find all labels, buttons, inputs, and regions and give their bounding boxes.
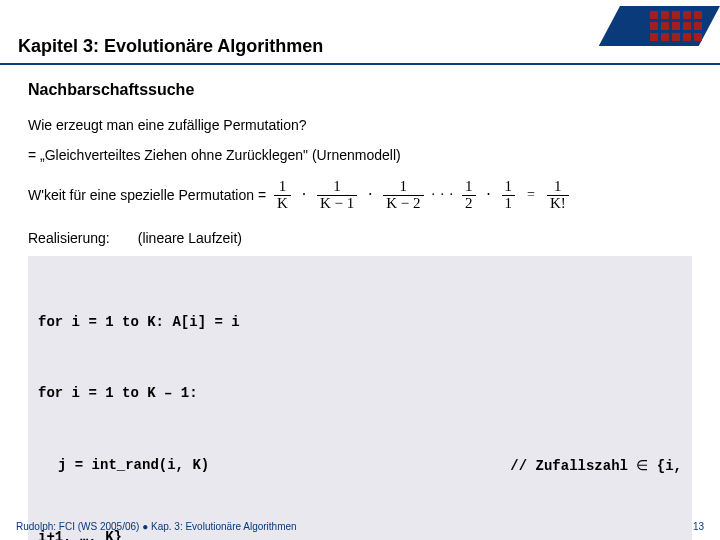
code-comment: // Zufallszahl ∈ {i,: [510, 454, 682, 479]
section-title: Nachbarschaftssuche: [28, 81, 692, 99]
page-number: 13: [693, 521, 704, 532]
multiply-dot: ·: [365, 186, 375, 204]
code-block: for i = 1 to K: A[i] = i for i = 1 to K …: [28, 256, 692, 541]
code-line: for i = 1 to K – 1:: [38, 382, 682, 406]
probability-label: W'keit für eine spezielle Permutation =: [28, 187, 266, 203]
fraction: 1 2: [462, 179, 476, 212]
code-line: j = int_rand(i, K) // Zufallszahl ∈ {i,: [38, 454, 682, 479]
probability-row: W'keit für eine spezielle Permutation = …: [28, 179, 692, 212]
footer-left: Rudolph: FCI (WS 2005/06) ● Kap. 3: Evol…: [16, 521, 297, 532]
corner-decoration: [620, 6, 720, 60]
fraction: 1 K − 2: [383, 179, 423, 212]
question-text: Wie erzeugt man eine zufällige Permutati…: [28, 117, 692, 133]
multiply-dot: ·: [299, 186, 309, 204]
slide-footer: Rudolph: FCI (WS 2005/06) ● Kap. 3: Evol…: [16, 521, 704, 532]
multiply-dot: ·: [484, 186, 494, 204]
definition-text: = „Gleichverteiltes Ziehen ohne Zurückle…: [28, 147, 692, 163]
fraction: 1 1: [502, 179, 516, 212]
realization-label: Realisierung:: [28, 230, 110, 246]
code-line: for i = 1 to K: A[i] = i: [38, 311, 682, 335]
fraction-result: 1 K!: [547, 179, 569, 212]
fraction: 1 K − 1: [317, 179, 357, 212]
slide-body: Nachbarschaftssuche Wie erzeugt man eine…: [0, 65, 720, 540]
chapter-title: Kapitel 3: Evolutionäre Algorithmen: [18, 36, 702, 57]
realization-note: (lineare Laufzeit): [138, 230, 242, 246]
fraction: 1 K: [274, 179, 291, 212]
equals-sign: =: [523, 187, 539, 203]
realization-row: Realisierung: (lineare Laufzeit): [28, 230, 692, 246]
ellipsis: · · ·: [432, 187, 455, 203]
